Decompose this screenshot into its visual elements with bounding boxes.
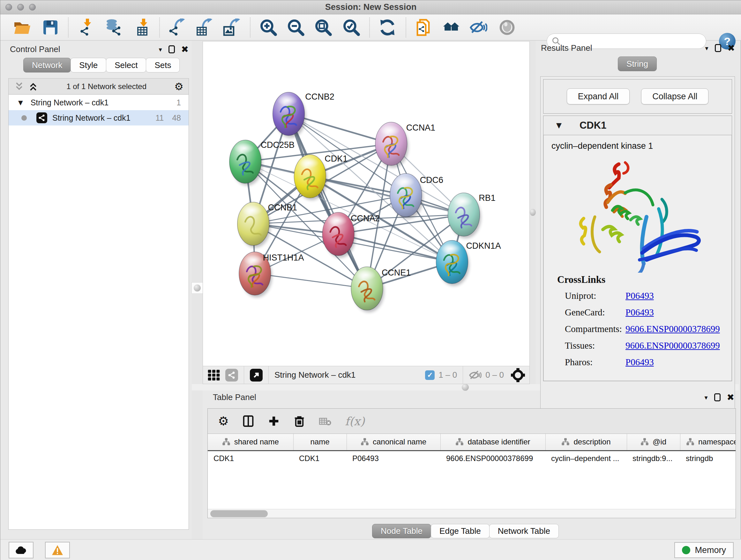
add-column-icon[interactable]: [268, 415, 280, 427]
refresh-layout-icon[interactable]: [379, 18, 396, 37]
collapse-all-button[interactable]: Collapse All: [641, 88, 709, 105]
cell-shared-name[interactable]: CDK1: [208, 450, 293, 466]
column-header-canonical-name[interactable]: canonical name: [347, 434, 441, 450]
tab-node-table[interactable]: Node Table: [372, 524, 431, 538]
column-header-database-identifier[interactable]: database identifier: [441, 434, 545, 450]
cell-name[interactable]: CDK1: [293, 450, 347, 466]
zoom-fit-icon[interactable]: [314, 18, 332, 37]
tab-string[interactable]: String: [618, 57, 657, 71]
gene-collapse-icon[interactable]: ▼: [556, 121, 562, 129]
zoom-selected-icon[interactable]: [342, 18, 360, 37]
toolbar-separator: [68, 17, 69, 37]
export-network-icon[interactable]: [167, 18, 185, 37]
column-header-description[interactable]: description: [545, 434, 627, 450]
open-session-icon[interactable]: [13, 18, 31, 37]
import-network-database-icon[interactable]: [105, 18, 123, 37]
hidden-counts: 0 – 0: [485, 370, 504, 380]
network-node-RB1[interactable]: [448, 193, 481, 239]
birdseye-view-icon[interactable]: [250, 369, 263, 381]
cell-namespace[interactable]: stringdb: [680, 450, 736, 466]
detach-view-icon[interactable]: [225, 369, 238, 381]
network-canvas[interactable]: CCNB2CCNA1CDC25BCDK1CDC6RB1CCNB1CCNA2CDK…: [203, 41, 530, 366]
panel-float-icon[interactable]: [715, 44, 721, 52]
network-status-dot: [21, 115, 27, 121]
cell-id[interactable]: stringdb:9...: [627, 450, 680, 466]
delete-table-icon[interactable]: [319, 416, 332, 426]
network-options-gear-icon[interactable]: ⚙: [174, 80, 184, 92]
close-window-icon[interactable]: [5, 4, 12, 10]
panel-menu-icon[interactable]: ▾: [158, 46, 162, 53]
panel-close-icon[interactable]: ✖: [727, 393, 734, 402]
memory-button[interactable]: Memory: [674, 542, 734, 558]
collapse-all-icon[interactable]: [14, 81, 24, 92]
tab-network[interactable]: Network: [23, 58, 71, 72]
hide-unhide-icon[interactable]: [469, 18, 487, 37]
table-row[interactable]: CDK1 CDK1 P06493 9606.ENSP00000378699 cy…: [208, 450, 736, 466]
panel-menu-icon[interactable]: ▾: [705, 44, 708, 52]
network-node-CCNB1[interactable]: [238, 202, 271, 248]
crosslink-link[interactable]: P06493: [625, 357, 654, 368]
panel-menu-icon[interactable]: ▾: [704, 394, 708, 401]
home-networks-icon[interactable]: [442, 18, 460, 37]
crosslink-link[interactable]: P06493: [625, 307, 654, 318]
minimize-window-icon[interactable]: [17, 4, 24, 10]
crosslink-link[interactable]: 9606.ENSP00000378699: [625, 340, 720, 351]
network-collection-row[interactable]: ▼ String Network – cdk1 1: [9, 95, 189, 110]
tab-sets[interactable]: Sets: [146, 58, 180, 72]
tab-style[interactable]: Style: [71, 58, 106, 72]
export-image-icon[interactable]: [223, 18, 241, 37]
network-node-CCNE1[interactable]: [351, 267, 384, 313]
import-table-icon[interactable]: [134, 18, 152, 37]
panel-close-icon[interactable]: ✖: [728, 44, 735, 53]
import-network-file-icon[interactable]: [78, 18, 96, 37]
expand-all-icon[interactable]: [28, 81, 39, 92]
crosslink-link[interactable]: 9606.ENSP00000378699: [625, 324, 720, 334]
zoom-out-icon[interactable]: [287, 18, 305, 37]
network-row[interactable]: String Network – cdk1 11 48: [9, 110, 189, 125]
expand-all-button[interactable]: Expand All: [567, 88, 630, 105]
warnings-button[interactable]: [45, 542, 70, 558]
cell-canonical-name[interactable]: P06493: [347, 450, 441, 466]
clone-network-icon[interactable]: [414, 18, 432, 37]
fit-selected-crosshair-icon[interactable]: [511, 368, 525, 382]
selected-checkbox[interactable]: ✓: [425, 370, 434, 380]
zoom-in-icon[interactable]: [259, 18, 277, 37]
cloud-button[interactable]: [9, 542, 33, 558]
hidden-eye-icon[interactable]: [469, 370, 482, 381]
gene-section-header[interactable]: ▼ CDK1: [543, 116, 732, 135]
network-node-CDK1[interactable]: [294, 154, 327, 200]
network-node-CCNB2[interactable]: [273, 92, 306, 138]
crosslink-link[interactable]: P06493: [625, 291, 654, 301]
column-header-name[interactable]: name: [293, 434, 347, 450]
export-table-icon[interactable]: [195, 18, 213, 37]
table-panel-title: Table Panel: [213, 392, 256, 402]
network-node-CDKN1A[interactable]: [436, 240, 469, 286]
crosslink-row: Pharos: P06493: [565, 357, 731, 368]
show-columns-icon[interactable]: [242, 415, 254, 427]
show-eye-icon[interactable]: [498, 18, 516, 37]
cell-description[interactable]: cyclin–dependent ...: [545, 450, 627, 466]
column-header-shared-name[interactable]: shared name: [208, 434, 293, 450]
zoom-window-icon[interactable]: [29, 4, 36, 10]
network-node-CDC25B[interactable]: [229, 140, 263, 186]
network-node-CCNA1[interactable]: [375, 122, 408, 168]
tab-select[interactable]: Select: [106, 58, 146, 72]
panel-float-icon[interactable]: [714, 393, 721, 401]
tab-network-table[interactable]: Network Table: [489, 524, 559, 538]
network-node-CDC6[interactable]: [390, 173, 423, 219]
table-options-gear-icon[interactable]: ⚙: [218, 414, 229, 428]
right-splitter[interactable]: [530, 41, 536, 384]
grid-mode-icon[interactable]: [207, 369, 220, 381]
save-session-icon[interactable]: [42, 18, 59, 37]
delete-column-icon[interactable]: [293, 415, 306, 427]
table-horizontal-scrollbar[interactable]: [208, 509, 736, 518]
collection-expand-icon[interactable]: ▼: [18, 99, 23, 106]
panel-float-icon[interactable]: [169, 45, 175, 53]
scrollbar-thumb[interactable]: [210, 510, 268, 517]
column-header-namespace[interactable]: namespace: [680, 434, 736, 450]
cell-database-identifier[interactable]: 9606.ENSP00000378699: [441, 450, 545, 466]
function-builder-icon[interactable]: f(x): [345, 415, 365, 428]
column-header-id[interactable]: @id: [627, 434, 680, 450]
tab-edge-table[interactable]: Edge Table: [431, 524, 489, 538]
panel-close-icon[interactable]: ✖: [181, 45, 189, 54]
